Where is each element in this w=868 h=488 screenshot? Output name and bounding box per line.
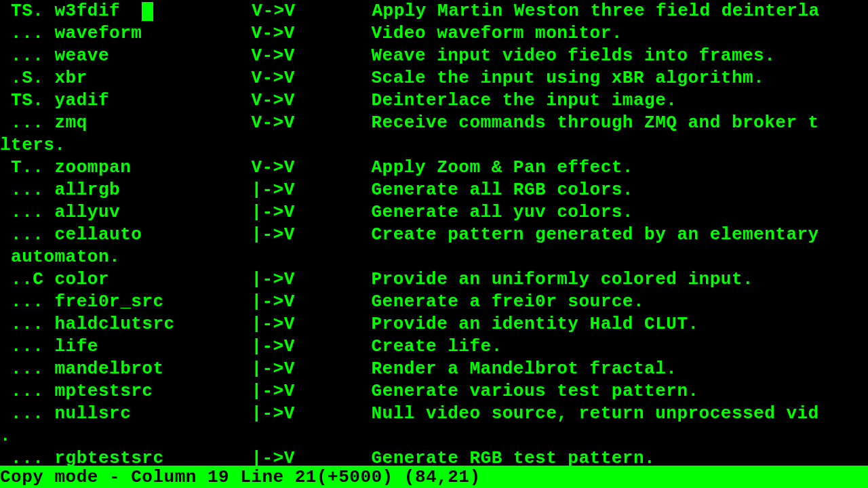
filter-name: nullsrc (55, 403, 132, 424)
filter-flags: ... (0, 23, 55, 43)
filter-row: ... cellauto |->V Create pattern generat… (0, 224, 868, 246)
filter-row: lters. (0, 134, 868, 157)
filter-row: ... life |->V Create life. (0, 336, 868, 358)
filter-description: Apply Zoom & Pan effect. (372, 157, 633, 178)
filter-flags: .S. (0, 68, 55, 88)
filter-mapping: V->V (251, 45, 371, 66)
filter-flags: ... (0, 113, 55, 133)
filter-name: allyuv (55, 202, 121, 222)
filter-row: . (0, 425, 868, 447)
filter-row: ... allyuv |->V Generate all yuv colors. (0, 201, 868, 224)
filter-name: zoompan (55, 157, 132, 178)
filter-row: T.. zoompan V->V Apply Zoom & Pan effect… (0, 157, 868, 179)
terminal-content: TS. w3fdif V->V Apply Martin Weston thre… (0, 0, 868, 470)
filter-name: w3fdif (55, 1, 121, 21)
filter-description: Video waveform monitor. (372, 23, 623, 43)
filter-description: Create life. (372, 336, 502, 357)
terminal-window[interactable]: TS. w3fdif V->V Apply Martin Weston thre… (0, 0, 868, 488)
filter-name: yadif (55, 90, 110, 110)
filter-flags: ... (0, 202, 55, 222)
filter-flags: ..C (0, 269, 55, 289)
filter-name: cellauto (55, 224, 142, 245)
filter-flags: T.. (0, 157, 55, 178)
filter-name: xbr (55, 68, 87, 88)
filter-flags: ... (0, 314, 55, 334)
filter-mapping: |->V (251, 314, 371, 334)
filter-mapping: V->V (251, 113, 371, 133)
filter-flags: ... (0, 291, 55, 312)
filter-name: haldclutsrc (55, 314, 175, 334)
filter-mapping: V->V (251, 23, 371, 43)
filter-description: Provide an identity Hald CLUT. (372, 314, 699, 334)
filter-name: life (55, 336, 98, 357)
filter-mapping: |->V (251, 269, 371, 289)
filter-flags: ... (0, 336, 55, 357)
filter-name: frei0r_src (55, 291, 164, 312)
filter-name: zmq (55, 113, 87, 133)
filter-mapping: |->V (251, 359, 371, 379)
filter-flags: ... (0, 45, 55, 66)
filter-flags: TS. (0, 1, 55, 21)
filter-name: allrgb (55, 180, 121, 200)
filter-mapping: |->V (251, 224, 371, 245)
filter-row: ... mandelbrot |->V Render a Mandelbrot … (0, 358, 868, 380)
filter-flags: ... (0, 381, 55, 401)
cursor (142, 2, 153, 21)
filter-mapping: |->V (251, 202, 371, 222)
filter-mapping: V->V (251, 68, 371, 88)
filter-row: ... waveform V->V Video waveform monitor… (0, 22, 868, 45)
filter-mapping: |->V (251, 403, 371, 424)
status-bar: Copy mode - Column 19 Line 21(+5000) (84… (0, 466, 868, 488)
filter-mapping: |->V (251, 336, 371, 357)
filter-flags: TS. (0, 90, 55, 110)
filter-row: TS. w3fdif V->V Apply Martin Weston thre… (0, 0, 868, 22)
filter-row: ... weave V->V Weave input video fields … (0, 45, 868, 67)
filter-mapping: |->V (251, 180, 371, 200)
filter-description: Generate various test pattern. (372, 381, 699, 401)
filter-row: ... frei0r_src |->V Generate a frei0r so… (0, 291, 868, 313)
filter-mapping: V->V (252, 1, 372, 21)
filter-description: Null video source, return unprocessed vi… (372, 403, 819, 424)
filter-mapping: |->V (251, 381, 371, 401)
filter-description: Generate a frei0r source. (372, 291, 645, 312)
filter-description: Render a Mandelbrot fractal. (372, 359, 677, 379)
filter-flags: ... (0, 403, 55, 424)
filter-mapping: |->V (251, 291, 371, 312)
filter-name: color (55, 269, 110, 289)
filter-row: ... haldclutsrc |->V Provide an identity… (0, 313, 868, 336)
filter-flags: ... (0, 180, 55, 200)
filter-description: Scale the input using xBR algorithm. (372, 68, 765, 88)
filter-mapping: V->V (251, 157, 371, 178)
filter-flags: ... (0, 359, 55, 379)
wrapped-text: automaton. (0, 247, 120, 267)
filter-row: ..C color |->V Provide an uniformly colo… (0, 268, 868, 291)
filter-description: Generate all RGB colors. (372, 180, 633, 200)
filter-mapping: V->V (251, 90, 371, 110)
filter-row: .S. xbr V->V Scale the input using xBR a… (0, 67, 868, 89)
filter-flags: ... (0, 224, 55, 245)
filter-row: automaton. (0, 246, 868, 268)
filter-description: Deinterlace the input image. (372, 90, 677, 110)
filter-name: mandelbrot (55, 359, 164, 379)
filter-description: Create pattern generated by an elementar… (372, 224, 819, 245)
filter-row: ... mptestsrc |->V Generate various test… (0, 380, 868, 403)
filter-description: Provide an uniformly colored input. (372, 269, 754, 289)
filter-name: waveform (55, 23, 142, 43)
filter-row: ... zmq V->V Receive commands through ZM… (0, 112, 868, 134)
filter-name: mptestsrc (55, 381, 153, 401)
filter-row: ... allrgb |->V Generate all RGB colors. (0, 179, 868, 201)
filter-description: Generate all yuv colors. (372, 202, 633, 222)
filter-row: ... nullsrc |->V Null video source, retu… (0, 403, 868, 425)
filter-row: TS. yadif V->V Deinterlace the input ima… (0, 89, 868, 112)
wrapped-text: lters. (0, 135, 66, 155)
filter-description: Weave input video fields into frames. (372, 45, 776, 66)
filter-name: weave (55, 45, 110, 66)
filter-description: Receive commands through ZMQ and broker … (372, 113, 819, 133)
filter-description: Apply Martin Weston three field deinterl… (372, 1, 819, 21)
wrapped-text: . (0, 426, 11, 446)
